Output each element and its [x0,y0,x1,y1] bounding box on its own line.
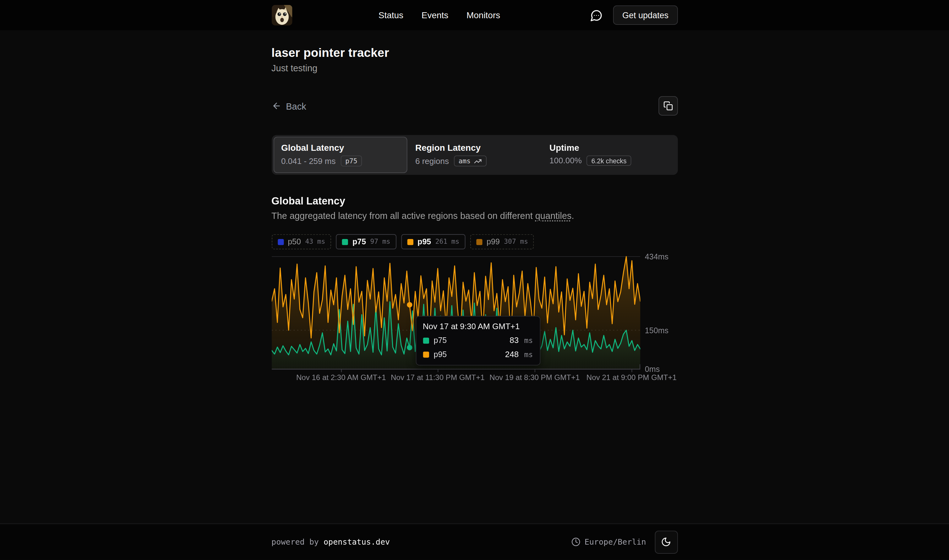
main-content: laser pointer tracker Just testing Back [0,30,949,523]
legend-chip-p95[interactable]: p95 261 ms [401,234,466,249]
arrow-left-icon [271,101,281,111]
latency-chart[interactable]: 434ms150ms0ms Nov 16 at 2:30 AM GMT+1Nov… [271,254,678,384]
y-tick-label: 150ms [645,326,669,335]
theme-toggle-button[interactable] [655,531,678,554]
metric-tabbar: Global Latency 0.041 - 259 ms p75 Region… [271,135,678,175]
p50-swatch [277,239,283,245]
openstatus-link[interactable]: openstatus.dev [323,538,390,547]
tab-title: Uptime [549,143,668,153]
x-tick-label: Nov 19 at 8:30 PM GMT+1 [489,374,580,382]
tab-region-latency[interactable]: Region Latency 6 regions ams [408,137,541,173]
p95-swatch [423,351,429,357]
timezone: Europe/Berlin [571,538,646,547]
message-bubble-icon [590,9,603,22]
section-description: The aggregated latency from all active r… [271,211,678,221]
nav-links: Status Events Monitors [378,10,500,20]
tooltip-row-p95: p95 248 ms [423,350,533,359]
y-tick-label: 434ms [645,252,669,261]
tab-title: Region Latency [415,143,534,153]
get-updates-button[interactable]: Get updates [613,5,678,25]
p75-swatch [342,239,348,245]
nav-link-events[interactable]: Events [421,10,448,20]
clock-icon [571,538,580,547]
tab-uptime[interactable]: Uptime 100.00% 6.2k checks [541,137,676,173]
checks-badge: 6.2k checks [586,155,631,166]
tab-value: 0.041 - 259 ms [281,156,336,166]
p99-swatch [476,239,482,245]
status-page: Status Events Monitors Get updates la [0,0,949,560]
back-link[interactable]: Back [271,101,306,111]
region-badge: ams [454,155,486,166]
legend-chip-p75[interactable]: p75 97 ms [336,234,397,249]
moon-icon [661,537,671,548]
cat-logo-image [271,5,292,25]
tab-global-latency[interactable]: Global Latency 0.041 - 259 ms p75 [273,137,408,173]
legend-chip-p99[interactable]: p99 307 ms [470,234,534,249]
y-tick-label: 0ms [645,365,660,374]
nav-link-status[interactable]: Status [378,10,403,20]
trending-up-icon [474,157,481,165]
chart-legend: p50 43 ms p75 97 ms p95 261 ms p99 307 m… [271,234,678,249]
quantiles-link[interactable]: quantiles [535,211,572,221]
tooltip-row-p75: p75 83 ms [423,336,533,345]
copy-icon [663,101,673,111]
tab-value: 6 regions [415,156,449,166]
legend-chip-p50[interactable]: p50 43 ms [271,234,331,249]
tooltip-title: Nov 17 at 9:30 AM GMT+1 [423,322,533,331]
page-subtitle: Just testing [271,63,678,73]
x-tick-label: Nov 16 at 2:30 AM GMT+1 [296,374,386,382]
logo[interactable] [271,5,292,25]
footer: powered by openstatus.dev Europe/Berlin [0,523,949,560]
copy-button[interactable] [658,96,678,115]
x-tick-label: Nov 17 at 11:30 PM GMT+1 [391,374,485,382]
quantile-badge: p75 [340,155,362,166]
page-title: laser pointer tracker [271,46,678,60]
feedback-button[interactable] [586,5,606,25]
powered-by: powered by openstatus.dev [271,538,390,547]
chart-tooltip: Nov 17 at 9:30 AM GMT+1 p75 83 ms p95 24… [415,316,540,366]
x-tick-label: Nov 21 at 9:00 PM GMT+1 [586,374,677,382]
top-nav: Status Events Monitors Get updates [0,0,949,30]
nav-link-monitors[interactable]: Monitors [466,10,500,20]
section-title: Global Latency [271,195,678,208]
tab-title: Global Latency [281,143,400,153]
tab-value: 100.00% [549,156,582,165]
p95-swatch [407,239,413,245]
p75-swatch [423,337,429,343]
